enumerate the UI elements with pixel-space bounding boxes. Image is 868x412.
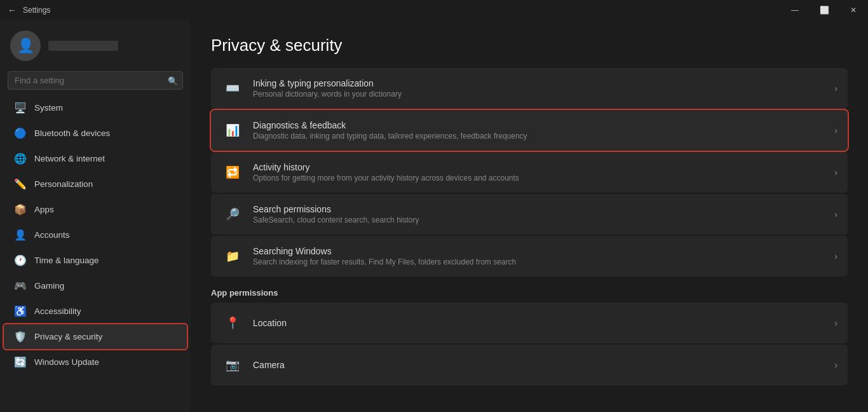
item-title-diagnostics: Diagnostics & feedback [253, 120, 834, 130]
chevron-icon-searching-windows: › [834, 251, 837, 261]
chevron-icon-camera: › [834, 360, 837, 370]
nav-icon-gaming: 🎮 [14, 280, 27, 292]
item-desc-activity-history: Options for getting more from your activ… [253, 174, 834, 182]
nav-icon-network: 🌐 [14, 153, 27, 165]
nav-label-time: Time & language [34, 256, 99, 265]
nav-icon-apps: 📦 [14, 203, 27, 216]
search-box: 🔍 [8, 71, 183, 90]
app-perm-item-camera[interactable]: 📷 Camera › [211, 345, 848, 385]
nav-label-personalization: Personalization [34, 179, 93, 189]
sidebar-item-windows-update[interactable]: 🔄 Windows Update [4, 350, 187, 374]
nav-icon-accounts: 👤 [14, 229, 27, 241]
item-text-location: Location [253, 318, 834, 328]
nav-label-network: Network & internet [34, 154, 105, 163]
nav-icon-personalization: ✏️ [14, 178, 27, 190]
main-content: Privacy & security ⌨️ Inking & typing pe… [191, 20, 868, 412]
item-title-camera: Camera [253, 360, 834, 370]
nav-icon-system: 🖥️ [14, 102, 27, 114]
item-title-searching-windows: Searching Windows [253, 246, 834, 256]
nav-icon-privacy: 🛡️ [14, 331, 27, 343]
item-icon-searching-windows: 📁 [221, 245, 244, 268]
close-button[interactable]: ✕ [839, 0, 868, 20]
item-desc-searching-windows: Search indexing for faster results, Find… [253, 258, 834, 266]
item-title-inking-typing: Inking & typing personalization [253, 78, 834, 88]
item-text-inking-typing: Inking & typing personalization Personal… [253, 78, 834, 99]
item-icon-location: 📍 [221, 312, 244, 334]
sidebar-item-network[interactable]: 🌐 Network & internet [4, 146, 187, 171]
title-bar: ← Settings — ⬜ ✕ [0, 0, 868, 20]
item-text-activity-history: Activity history Options for getting mor… [253, 162, 834, 182]
item-icon-inking-typing: ⌨️ [221, 77, 244, 100]
nav-label-system: System [34, 103, 63, 113]
settings-item-activity-history[interactable]: 🔁 Activity history Options for getting m… [211, 152, 848, 193]
back-icon[interactable]: ← [8, 5, 17, 15]
app-body: 👤 🔍 🖥️ System 🔵 Bluetooth & devices 🌐 Ne… [0, 20, 868, 412]
app-perm-item-location[interactable]: 📍 Location › [211, 303, 848, 343]
item-title-location: Location [253, 318, 834, 328]
item-desc-search-permissions: SafeSearch, cloud content search, search… [253, 216, 834, 224]
sidebar-header: 👤 [0, 20, 191, 66]
item-desc-diagnostics: Diagnostic data, inking and typing data,… [253, 132, 834, 141]
page-title: Privacy & security [211, 36, 848, 55]
sidebar-item-apps[interactable]: 📦 Apps [4, 197, 187, 222]
nav-icon-time: 🕐 [14, 254, 27, 266]
avatar[interactable]: 👤 [10, 31, 41, 61]
item-text-search-permissions: Search permissions SafeSearch, cloud con… [253, 204, 834, 224]
sidebar-item-personalization[interactable]: ✏️ Personalization [4, 172, 187, 196]
nav-icon-accessibility: ♿ [14, 305, 27, 317]
sidebar-item-accounts[interactable]: 👤 Accounts [4, 223, 187, 247]
item-text-camera: Camera [253, 360, 834, 370]
sidebar-item-bluetooth[interactable]: 🔵 Bluetooth & devices [4, 121, 187, 146]
item-text-searching-windows: Searching Windows Search indexing for fa… [253, 246, 834, 266]
nav-label-accounts: Accounts [34, 230, 70, 240]
item-icon-camera: 📷 [221, 354, 244, 376]
maximize-button[interactable]: ⬜ [810, 0, 839, 20]
item-text-diagnostics: Diagnostics & feedback Diagnostic data, … [253, 120, 834, 141]
item-desc-inking-typing: Personal dictionary, words in your dicti… [253, 90, 834, 99]
settings-list: ⌨️ Inking & typing personalization Perso… [211, 68, 848, 277]
sidebar-item-accessibility[interactable]: ♿ Accessibility [4, 299, 187, 324]
title-bar-left: ← Settings [8, 5, 50, 15]
settings-item-diagnostics[interactable]: 📊 Diagnostics & feedback Diagnostic data… [211, 110, 848, 151]
sidebar-nav: 🖥️ System 🔵 Bluetooth & devices 🌐 Networ… [0, 95, 191, 375]
item-title-search-permissions: Search permissions [253, 204, 834, 214]
sidebar-item-gaming[interactable]: 🎮 Gaming [4, 273, 187, 298]
settings-item-searching-windows[interactable]: 📁 Searching Windows Search indexing for … [211, 236, 848, 277]
nav-icon-windows-update: 🔄 [14, 356, 27, 368]
minimize-button[interactable]: — [780, 0, 810, 20]
item-icon-search-permissions: 🔎 [221, 203, 244, 226]
chevron-icon-diagnostics: › [834, 125, 837, 135]
nav-label-windows-update: Windows Update [34, 357, 99, 367]
sidebar-item-system[interactable]: 🖥️ System [4, 95, 187, 120]
chevron-icon-search-permissions: › [834, 209, 837, 219]
search-icon: 🔍 [168, 76, 178, 85]
search-input[interactable] [8, 71, 183, 90]
nav-label-accessibility: Accessibility [34, 306, 81, 316]
chevron-icon-inking-typing: › [834, 83, 837, 93]
settings-item-search-permissions[interactable]: 🔎 Search permissions SafeSearch, cloud c… [211, 194, 848, 235]
settings-item-inking-typing[interactable]: ⌨️ Inking & typing personalization Perso… [211, 68, 848, 109]
item-icon-diagnostics: 📊 [221, 119, 244, 142]
app-permissions-list: 📍 Location › 📷 Camera › [211, 303, 848, 385]
title-bar-controls: — ⬜ ✕ [780, 0, 868, 20]
item-icon-activity-history: 🔁 [221, 161, 244, 184]
sidebar-item-privacy[interactable]: 🛡️ Privacy & security [4, 324, 187, 349]
user-name-placeholder [48, 41, 118, 51]
sidebar: 👤 🔍 🖥️ System 🔵 Bluetooth & devices 🌐 Ne… [0, 20, 191, 412]
chevron-icon-location: › [834, 318, 837, 328]
nav-label-bluetooth: Bluetooth & devices [34, 128, 110, 138]
title-bar-title: Settings [23, 6, 50, 15]
item-title-activity-history: Activity history [253, 162, 834, 172]
sidebar-item-time[interactable]: 🕐 Time & language [4, 248, 187, 273]
nav-label-privacy: Privacy & security [34, 332, 102, 341]
nav-label-apps: Apps [34, 205, 54, 214]
nav-icon-bluetooth: 🔵 [14, 127, 27, 139]
section-label: App permissions [211, 288, 848, 298]
chevron-icon-activity-history: › [834, 167, 837, 177]
nav-label-gaming: Gaming [34, 281, 64, 291]
